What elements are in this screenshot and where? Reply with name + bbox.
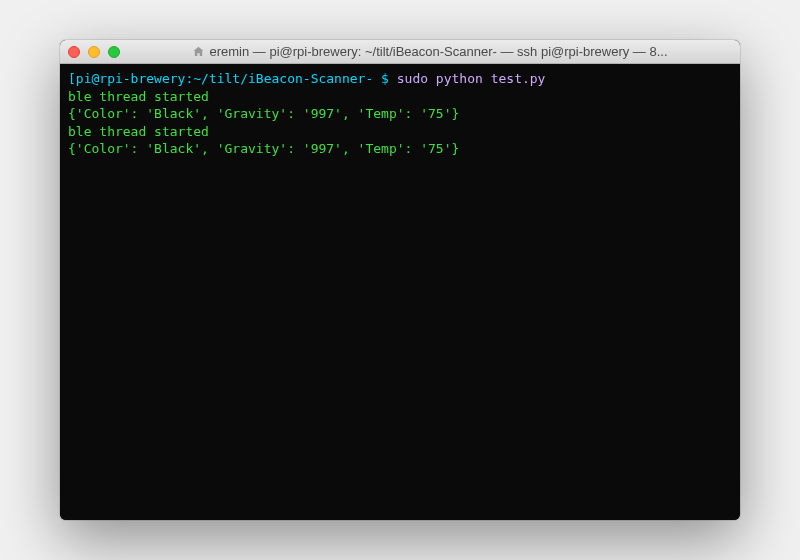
traffic-lights [68,46,120,58]
window-title: eremin — pi@rpi-brewery: ~/tilt/iBeacon-… [209,44,667,59]
output-line: {'Color': 'Black', 'Gravity': '997', 'Te… [68,140,732,158]
prompt-user-host: [pi@rpi-brewery: [68,71,193,86]
terminal-body[interactable]: [pi@rpi-brewery:~/tilt/iBeacon-Scanner- … [60,64,740,520]
prompt-line: [pi@rpi-brewery:~/tilt/iBeacon-Scanner- … [68,70,732,88]
command-text: sudo python test.py [397,71,546,86]
minimize-icon[interactable] [88,46,100,58]
prompt-path: ~/tilt/iBeacon-Scanner- [193,71,373,86]
output-line: ble thread started [68,88,732,106]
window-title-wrap: eremin — pi@rpi-brewery: ~/tilt/iBeacon-… [128,44,732,59]
close-icon[interactable] [68,46,80,58]
titlebar[interactable]: eremin — pi@rpi-brewery: ~/tilt/iBeacon-… [60,40,740,64]
prompt-dollar: $ [373,71,396,86]
terminal-window: eremin — pi@rpi-brewery: ~/tilt/iBeacon-… [60,40,740,520]
maximize-icon[interactable] [108,46,120,58]
output-line: ble thread started [68,123,732,141]
output-line: {'Color': 'Black', 'Gravity': '997', 'Te… [68,105,732,123]
home-icon [192,45,205,58]
